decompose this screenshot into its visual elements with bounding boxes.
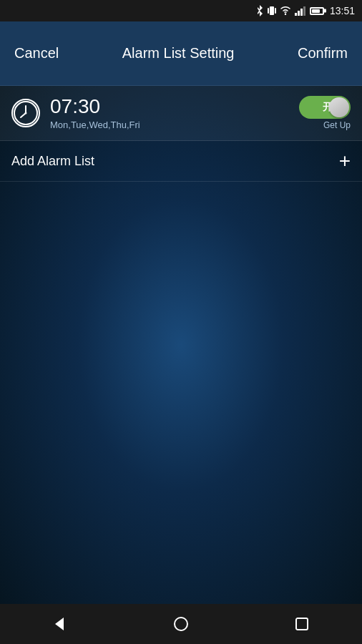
recent-button[interactable]	[280, 604, 323, 644]
home-button[interactable]	[160, 604, 202, 644]
svg-marker-12	[55, 618, 64, 630]
alarm-time: 07:30	[50, 96, 140, 118]
add-alarm-label: Add Alarm List	[11, 154, 94, 169]
toggle-knob	[329, 97, 349, 117]
back-icon	[52, 616, 68, 632]
main-content: 07:30 Mon,Tue,Wed,Thu,Fri 开 Get Up Add A…	[0, 86, 362, 604]
vibrate-icon	[268, 5, 276, 16]
svg-point-11	[25, 112, 27, 114]
svg-rect-14	[296, 618, 308, 630]
status-time: 13:51	[330, 5, 355, 16]
bluetooth-icon	[255, 5, 264, 16]
page-title: Alarm List Setting	[122, 45, 235, 62]
svg-rect-2	[275, 8, 276, 14]
svg-rect-4	[295, 13, 297, 16]
add-alarm-plus-icon: +	[339, 151, 351, 171]
alarm-days: Mon,Tue,Wed,Thu,Fri	[50, 119, 140, 130]
svg-rect-1	[268, 8, 269, 14]
svg-rect-5	[298, 11, 300, 16]
signal-icon	[295, 6, 306, 16]
toggle-container: 开	[299, 96, 351, 119]
status-bar: 13:51	[0, 0, 362, 21]
svg-point-3	[285, 14, 286, 15]
status-icons: 13:51	[255, 5, 355, 16]
nav-bar: Cancel Alarm List Setting Confirm	[0, 21, 362, 86]
svg-rect-0	[270, 6, 274, 15]
svg-rect-7	[303, 6, 305, 16]
clock-svg	[13, 100, 39, 126]
alarm-toggle[interactable]: 开	[299, 96, 351, 119]
get-up-label: Get Up	[323, 120, 351, 130]
svg-rect-6	[300, 9, 303, 16]
back-button[interactable]	[39, 604, 82, 644]
home-icon	[173, 616, 189, 632]
recent-icon	[295, 617, 309, 631]
wifi-icon	[280, 6, 291, 15]
svg-point-13	[175, 618, 187, 630]
bottom-nav	[0, 604, 362, 644]
battery-icon	[310, 7, 324, 15]
alarm-item: 07:30 Mon,Tue,Wed,Thu,Fri 开 Get Up	[0, 86, 362, 141]
clock-icon	[11, 99, 40, 127]
alarm-left: 07:30 Mon,Tue,Wed,Thu,Fri	[11, 96, 140, 130]
alarm-info: 07:30 Mon,Tue,Wed,Thu,Fri	[50, 96, 140, 130]
alarm-right: 开 Get Up	[299, 96, 351, 130]
cancel-button[interactable]: Cancel	[14, 45, 59, 62]
confirm-button[interactable]: Confirm	[298, 45, 348, 62]
add-alarm-row[interactable]: Add Alarm List +	[0, 141, 362, 182]
